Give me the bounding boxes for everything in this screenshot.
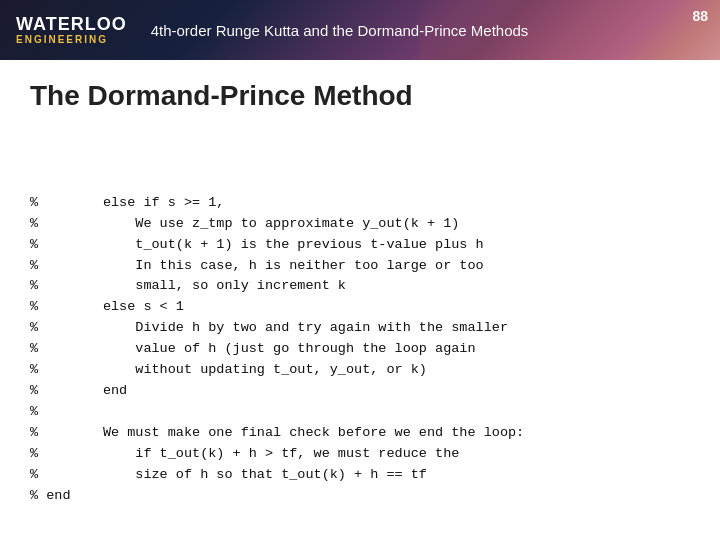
code-line: % We use z_tmp to approximate y_out(k + … [30, 214, 690, 235]
code-line: % without updating t_out, y_out, or k) [30, 360, 690, 381]
slide-title: The Dormand-Prince Method [30, 80, 690, 112]
logo-waterloo: WATERLOO [16, 15, 127, 35]
header: WATERLOO ENGINEERING 4th-order Runge Kut… [0, 0, 720, 60]
logo-area: WATERLOO ENGINEERING [16, 15, 127, 46]
page-number: 88 [692, 8, 708, 24]
code-line: % else s < 1 [30, 297, 690, 318]
code-line: % end [30, 381, 690, 402]
code-line: % Divide h by two and try again with the… [30, 318, 690, 339]
code-line: % t_out(k + 1) is the previous t-value p… [30, 235, 690, 256]
code-line: % In this case, h is neither too large o… [30, 256, 690, 277]
code-line: % else if s >= 1, [30, 193, 690, 214]
header-title: 4th-order Runge Kutta and the Dormand-Pr… [151, 22, 529, 39]
code-line: % end [30, 486, 690, 507]
code-block: % else if s >= 1,% We use z_tmp to appro… [30, 130, 690, 507]
code-line: % [30, 402, 690, 423]
logo-engineering: ENGINEERING [16, 34, 127, 45]
content-area: The Dormand-Prince Method % else if s >=… [0, 60, 720, 517]
code-line: % We must make one final check before we… [30, 423, 690, 444]
code-line: % value of h (just go through the loop a… [30, 339, 690, 360]
code-line: % small, so only increment k [30, 276, 690, 297]
code-line: % size of h so that t_out(k) + h == tf [30, 465, 690, 486]
code-line: % if t_out(k) + h > tf, we must reduce t… [30, 444, 690, 465]
